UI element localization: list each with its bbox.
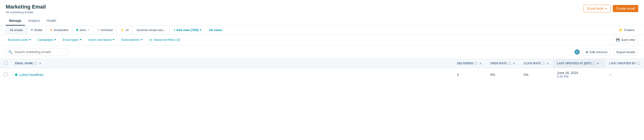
open-rate-cell: 0% (486, 68, 520, 81)
info-icon[interactable]: i (474, 62, 478, 65)
advanced-filters-button[interactable]: ⇌ Advanced filters (0) (147, 37, 182, 43)
subscriptions-filter[interactable]: Subscriptions (119, 37, 145, 43)
add-view-button[interactable]: + Add view (7/50) (170, 26, 205, 34)
folders-button[interactable]: 📁 Folders (615, 26, 638, 34)
sort-down-icon (513, 64, 515, 65)
info-icon[interactable]: i (508, 62, 511, 65)
sort-down-active-icon[interactable]: ▼ (597, 62, 599, 65)
columns-icon: ⊞ (586, 50, 588, 54)
row-checkbox[interactable] (4, 72, 8, 76)
info-icon[interactable]: i (637, 62, 640, 65)
info-icon[interactable]: i (34, 62, 37, 65)
sort-down-icon (480, 64, 482, 65)
tab-analyze[interactable]: Analyze (25, 16, 43, 26)
sort-up-icon (39, 63, 41, 63)
filter-tab-ai[interactable]: ⚡ AI (116, 26, 132, 34)
email-name-cell: Latest headlines (11, 68, 453, 81)
dot-yellow-icon (50, 29, 52, 31)
row-checkbox-cell (0, 68, 11, 81)
filter-tab-sent[interactable]: Sent ✕ (72, 26, 94, 34)
all-views-button[interactable]: All views (206, 26, 226, 34)
header-actions: Email tools Create email (584, 5, 638, 12)
emails-table: EMAIL NAME i DELIVERED i (0, 59, 644, 81)
nav-tabs: Manage Analyze Health (0, 16, 644, 26)
business-units-filter[interactable]: Business units (6, 37, 33, 43)
email-tools-button[interactable]: Email tools (584, 5, 610, 12)
campaigns-filter[interactable]: Campaigns (35, 37, 58, 43)
info-badge: i (574, 49, 580, 55)
chevron-down-icon (112, 39, 114, 40)
sliders-icon: ⇌ (149, 38, 152, 42)
dot-empty-icon (97, 29, 99, 31)
sort-arrows-icon[interactable] (39, 63, 41, 65)
search-input[interactable] (6, 48, 68, 56)
folder-icon: 📁 (619, 28, 623, 32)
last-updated-cell: June 18, 2024 5:45 PM (553, 68, 606, 81)
tab-health[interactable]: Health (43, 16, 60, 26)
save-view-button[interactable]: 💾 Save view (613, 36, 638, 43)
info-icon[interactable]: i (592, 62, 596, 65)
filter-tab-archived[interactable]: Archived (94, 26, 117, 34)
th-delivered: DELIVERED i (453, 59, 486, 68)
table-body: Latest headlines 0 0% 0% June 18, 2024 5… (0, 68, 644, 81)
chevron-down-icon (200, 29, 202, 31)
chevron-down-icon (54, 39, 56, 40)
dot-green-icon (76, 29, 78, 31)
filter-tab-summer[interactable]: Summer email cam... (132, 26, 170, 34)
tab-manage[interactable]: Manage (6, 16, 25, 26)
search-wrapper: 🔍 (6, 48, 68, 56)
right-actions: i ⊞ Edit columns Export emails (574, 49, 638, 56)
select-all-checkbox[interactable] (4, 61, 8, 65)
th-open-rate: OPEN RATE i (486, 59, 520, 68)
table-row: Latest headlines 0 0% 0% June 18, 2024 5… (0, 68, 644, 81)
delivered-cell: 0 (453, 68, 486, 81)
table-header-row: EMAIL NAME i DELIVERED i (0, 59, 644, 68)
page-title-block: Marketing Email 45 marketing emails (6, 4, 46, 14)
sort-up-icon (547, 63, 549, 63)
th-click-rate: CLICK RATE i (520, 59, 553, 68)
sort-down-icon (547, 64, 549, 65)
last-updated-by-cell: -- (606, 68, 644, 81)
users-and-teams-filter[interactable]: Users and teams (86, 37, 117, 43)
search-actions-row: 🔍 i ⊞ Edit columns Export emails (0, 45, 644, 59)
save-icon: 💾 (616, 38, 620, 42)
page-subtitle: 45 marketing emails (6, 10, 46, 14)
ai-lightning-icon: ⚡ (120, 28, 124, 32)
chevron-down-icon (141, 39, 142, 40)
export-emails-button[interactable]: Export emails (613, 49, 638, 56)
sort-up-icon (513, 63, 515, 63)
info-icon[interactable]: i (542, 62, 545, 65)
th-checkbox (0, 59, 11, 68)
click-rate-cell: 0% (520, 68, 553, 81)
page-title: Marketing Email (6, 4, 46, 10)
filter-tab-all-emails[interactable]: All emails (6, 26, 27, 34)
filter-bar: Business units Campaigns Email types Use… (0, 34, 644, 45)
edit-columns-button[interactable]: ⊞ Edit columns (582, 49, 610, 56)
create-email-button[interactable]: Create email (613, 5, 638, 12)
filter-tabs-row: All emails Drafts Scheduled Sent ✕ Archi… (0, 26, 644, 34)
status-dot-icon (15, 73, 17, 76)
filter-tab-scheduled[interactable]: Scheduled (46, 26, 72, 34)
th-last-updated: LAST UPDATED AT (EDT) i ▼ (553, 59, 606, 68)
dot-gray-icon (31, 29, 33, 31)
email-name-link[interactable]: Latest headlines (15, 73, 449, 77)
chevron-down-icon (29, 39, 31, 40)
email-types-filter[interactable]: Email types (60, 37, 84, 43)
page-header: Marketing Email 45 marketing emails Emai… (0, 0, 644, 14)
filter-tab-drafts[interactable]: Drafts (27, 26, 47, 34)
chevron-down-icon (80, 39, 82, 40)
th-email-name: EMAIL NAME i (11, 59, 453, 68)
close-icon[interactable]: ✕ (87, 28, 90, 32)
search-icon: 🔍 (8, 50, 12, 54)
th-last-updated-by: LAST UPDATED BY i (606, 59, 644, 68)
sort-arrows-icon[interactable] (547, 63, 549, 65)
sort-down-icon (39, 64, 41, 65)
sort-arrows-icon[interactable] (480, 63, 482, 65)
sort-arrows-icon[interactable] (513, 63, 515, 65)
sort-up-icon (480, 63, 482, 63)
chevron-down-icon (605, 8, 607, 9)
